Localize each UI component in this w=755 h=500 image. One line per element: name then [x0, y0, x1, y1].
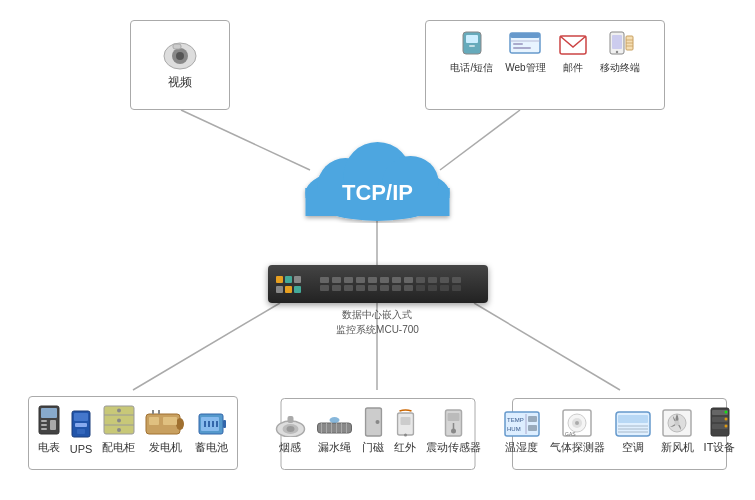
ups-item: UPS: [70, 410, 93, 455]
water-icon: [316, 417, 352, 437]
svg-point-92: [575, 421, 579, 425]
svg-rect-36: [41, 424, 47, 426]
svg-rect-35: [41, 420, 47, 422]
it-label: IT设备: [704, 440, 736, 455]
ir-icon: [396, 409, 414, 437]
svg-point-64: [286, 426, 294, 432]
mcu-device: [268, 265, 488, 303]
phone-label: 电话/短信: [450, 61, 493, 75]
svg-point-50: [176, 418, 184, 430]
ac-icon: [615, 411, 651, 437]
it-icon: [710, 407, 730, 437]
svg-rect-80: [448, 413, 460, 421]
env-icon-row: TEMP HUM 温湿度 GAS 气体探测器: [504, 407, 736, 455]
mcu-eth-port: [416, 277, 425, 283]
env-group-box: TEMP HUM 温湿度 GAS 气体探测器: [512, 398, 727, 470]
svg-rect-95: [618, 415, 648, 423]
mcu-label: 数据中心嵌入式 监控系统MCU-700: [336, 307, 419, 337]
svg-point-8: [176, 52, 184, 60]
mcu-eth-port: [320, 277, 329, 283]
gas-icon: GAS: [562, 409, 592, 437]
svg-point-47: [117, 419, 121, 423]
mcu-eth-port: [440, 285, 449, 291]
mcu-eth-port: [320, 285, 329, 291]
smoke-item: 烟感: [274, 415, 306, 455]
power-icon-row: 电表 UPS: [38, 405, 229, 455]
mcu-indicators: [276, 276, 301, 293]
svg-point-48: [117, 428, 121, 432]
temp-icon: TEMP HUM: [504, 411, 540, 437]
ac-item: 空调: [615, 411, 651, 455]
cabinet-item: 配电柜: [102, 405, 135, 455]
smoke-icon: [274, 415, 306, 437]
mobile-label: 移动终端: [600, 61, 640, 75]
mcu-port-array: [307, 277, 474, 291]
mcu-eth-port: [440, 277, 449, 283]
svg-rect-20: [612, 35, 622, 49]
vibration-label: 震动传感器: [426, 440, 481, 455]
mcu-eth-port: [380, 285, 389, 291]
mobile-service: 移动终端: [600, 31, 640, 75]
mcu-eth-port: [452, 285, 461, 291]
svg-rect-51: [149, 417, 159, 425]
ups-label: UPS: [70, 443, 93, 455]
generator-item: 发电机: [145, 409, 185, 455]
mcu-port-green2: [294, 286, 301, 293]
web-icon: [508, 31, 542, 57]
generator-icon: [145, 409, 185, 437]
video-box: 视频: [130, 20, 230, 110]
phone-service: 电话/短信: [450, 31, 493, 75]
mcu-port-amber2: [285, 286, 292, 293]
battery-label: 蓄电池: [195, 440, 228, 455]
services-box: 电话/短信 Web管理 邮件: [425, 20, 665, 110]
svg-point-107: [724, 418, 727, 421]
web-label: Web管理: [505, 61, 545, 75]
svg-rect-14: [510, 33, 540, 38]
mcu-eth-port: [392, 285, 401, 291]
cloud-icon: TCP/IP: [290, 128, 465, 223]
cloud-container: TCP/IP: [290, 128, 465, 226]
fan-item: 新风机: [661, 409, 694, 455]
svg-line-3: [133, 303, 280, 390]
temp-label: 温湿度: [505, 440, 538, 455]
cabinet-icon: [103, 405, 135, 437]
meter-label: 电表: [38, 440, 60, 455]
svg-rect-34: [41, 408, 57, 418]
svg-point-108: [724, 425, 727, 428]
vibration-item: 震动传感器: [426, 409, 481, 455]
mcu-eth-port: [332, 277, 341, 283]
ir-label: 红外: [394, 440, 416, 455]
svg-text:TEMP: TEMP: [507, 417, 524, 423]
battery-item: 蓄电池: [195, 411, 228, 455]
door-icon: [364, 407, 382, 437]
svg-rect-87: [528, 416, 537, 422]
ups-icon: [71, 410, 91, 440]
gas-item: GAS 气体探测器: [550, 409, 605, 455]
meter-icon: [38, 405, 60, 437]
mcu-eth-port: [380, 277, 389, 283]
mcu-eth-port: [416, 285, 425, 291]
email-icon: [558, 31, 588, 57]
video-label: 视频: [168, 74, 192, 91]
mcu-eth-port: [452, 277, 461, 283]
sensor-icon-row: 烟感 漏水绳: [274, 407, 481, 455]
smoke-label: 烟感: [279, 440, 301, 455]
mcu-port-gray2: [276, 286, 283, 293]
svg-rect-40: [74, 413, 88, 421]
svg-rect-16: [513, 43, 523, 45]
svg-rect-83: [505, 412, 539, 436]
cabinet-label: 配电柜: [102, 440, 135, 455]
temp-item: TEMP HUM 温湿度: [504, 411, 540, 455]
meter-item: 电表: [38, 405, 60, 455]
mcu-port-gray1: [294, 276, 301, 283]
mcu-eth-port: [344, 285, 353, 291]
battery-icon: [198, 411, 226, 437]
mcu-eth-port: [344, 277, 353, 283]
svg-point-75: [375, 420, 379, 424]
door-label: 门磁: [362, 440, 384, 455]
svg-point-101: [675, 421, 680, 426]
vibration-icon: [443, 409, 465, 437]
svg-rect-52: [163, 417, 177, 425]
mcu-eth-port: [356, 285, 365, 291]
svg-rect-38: [50, 420, 56, 430]
